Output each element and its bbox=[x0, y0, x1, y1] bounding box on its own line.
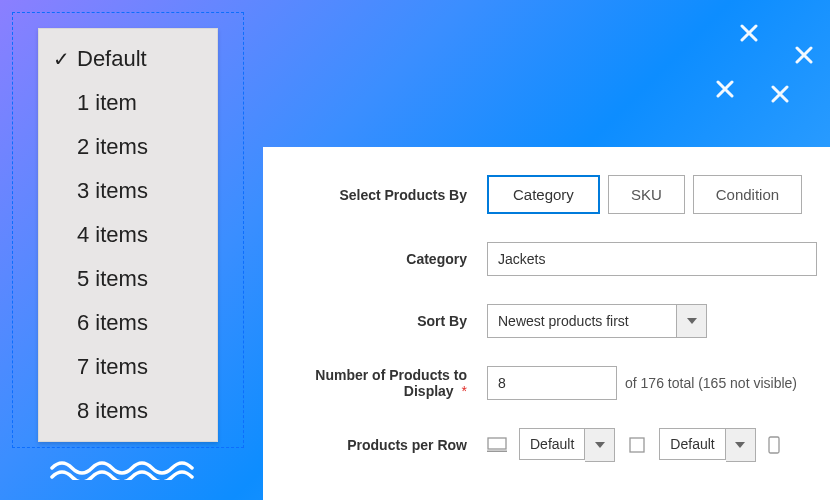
category-input[interactable] bbox=[487, 242, 817, 276]
sort-by-label: Sort By bbox=[263, 313, 487, 329]
dropdown-item-8[interactable]: 8 items bbox=[39, 389, 217, 433]
desktop-icon bbox=[487, 437, 507, 453]
dropdown-item-label: 3 items bbox=[77, 178, 148, 204]
per-row-desktop-value[interactable]: Default bbox=[519, 428, 585, 460]
required-asterisk: * bbox=[462, 383, 467, 399]
dropdown-item-1[interactable]: 1 item bbox=[39, 81, 217, 125]
svg-rect-3 bbox=[769, 437, 779, 453]
dropdown-item-4[interactable]: 4 items bbox=[39, 213, 217, 257]
decor-x-icon bbox=[716, 80, 734, 98]
select-products-by-label: Select Products By bbox=[263, 187, 487, 203]
dropdown-item-2[interactable]: 2 items bbox=[39, 125, 217, 169]
chevron-down-icon[interactable] bbox=[585, 428, 615, 462]
dropdown-item-5[interactable]: 5 items bbox=[39, 257, 217, 301]
tab-sku[interactable]: SKU bbox=[608, 175, 685, 214]
decor-x-icon bbox=[795, 46, 813, 64]
dropdown-item-label: 5 items bbox=[77, 266, 148, 292]
select-products-by-field: Category SKU Condition bbox=[487, 175, 830, 214]
per-row-tablet-value[interactable]: Default bbox=[659, 428, 725, 460]
svg-rect-2 bbox=[630, 438, 644, 452]
dropdown-item-label: 8 items bbox=[77, 398, 148, 424]
decor-x-icon bbox=[771, 85, 789, 103]
dropdown-item-label: Default bbox=[77, 46, 147, 72]
dropdown-item-label: 7 items bbox=[77, 354, 148, 380]
products-per-row-label: Products per Row bbox=[263, 437, 487, 453]
dropdown-item-label: 1 item bbox=[77, 90, 137, 116]
sort-by-select[interactable] bbox=[487, 304, 707, 338]
chevron-down-icon[interactable] bbox=[726, 428, 756, 462]
dropdown-item-label: 2 items bbox=[77, 134, 148, 160]
num-products-hint: of 176 total (165 not visible) bbox=[625, 375, 797, 391]
svg-rect-1 bbox=[487, 451, 507, 453]
chevron-down-icon[interactable] bbox=[677, 304, 707, 338]
dropdown-item-7[interactable]: 7 items bbox=[39, 345, 217, 389]
svg-rect-0 bbox=[488, 438, 506, 449]
items-dropdown[interactable]: ✓ Default 1 item 2 items 3 items 4 items… bbox=[38, 28, 218, 442]
num-products-input[interactable] bbox=[487, 366, 617, 400]
per-row-desktop-select[interactable]: Default bbox=[519, 428, 615, 462]
category-label: Category bbox=[263, 251, 487, 267]
dropdown-item-default[interactable]: ✓ Default bbox=[39, 37, 217, 81]
check-icon: ✓ bbox=[47, 47, 75, 71]
dropdown-item-3[interactable]: 3 items bbox=[39, 169, 217, 213]
product-widget-form: Select Products By Category SKU Conditio… bbox=[263, 147, 830, 500]
decor-wave-icon bbox=[48, 458, 198, 484]
decor-x-icon bbox=[740, 24, 758, 42]
sort-by-value[interactable] bbox=[487, 304, 677, 338]
dropdown-item-label: 4 items bbox=[77, 222, 148, 248]
dropdown-item-label: 6 items bbox=[77, 310, 148, 336]
mobile-icon bbox=[768, 436, 780, 454]
num-products-label: Number of Products to Display * bbox=[263, 367, 487, 399]
tab-condition[interactable]: Condition bbox=[693, 175, 802, 214]
dropdown-item-6[interactable]: 6 items bbox=[39, 301, 217, 345]
per-row-tablet-select[interactable]: Default bbox=[659, 428, 755, 462]
tablet-icon bbox=[627, 437, 647, 453]
tab-category[interactable]: Category bbox=[487, 175, 600, 214]
